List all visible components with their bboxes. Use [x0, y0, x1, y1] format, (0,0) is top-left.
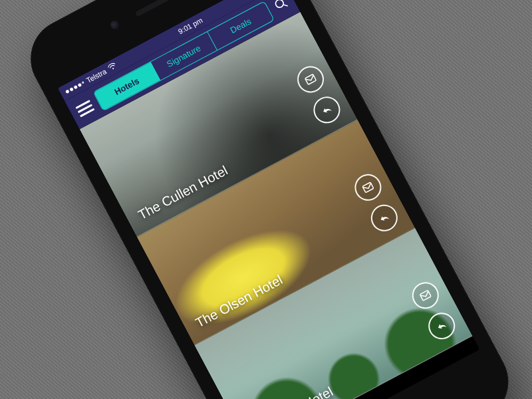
menu-button[interactable]	[75, 100, 94, 117]
message-button[interactable]	[293, 61, 329, 97]
share-button[interactable]	[309, 92, 344, 128]
reply-arrow-icon	[376, 210, 392, 226]
stage: Telstra 9:01 pm Hotels Signature	[0, 0, 532, 399]
share-button[interactable]	[366, 200, 402, 236]
message-button[interactable]	[408, 277, 444, 313]
wifi-icon	[107, 62, 118, 73]
reply-arrow-icon	[319, 102, 334, 118]
front-camera	[109, 19, 121, 31]
share-button[interactable]	[424, 308, 460, 344]
search-button[interactable]	[272, 0, 290, 13]
envelope-icon	[303, 71, 319, 87]
svg-point-1	[274, 0, 285, 9]
screen: Telstra 9:01 pm Hotels Signature	[58, 0, 480, 399]
card-actions	[408, 277, 460, 344]
card-actions	[293, 61, 345, 128]
hotel-title: The Lyall Hotel	[251, 384, 336, 399]
message-button[interactable]	[350, 170, 386, 205]
svg-point-0	[112, 67, 114, 69]
reply-arrow-icon	[434, 318, 450, 334]
envelope-icon	[418, 287, 434, 303]
earpiece-speaker	[134, 0, 176, 17]
card-actions	[350, 170, 402, 236]
phone-device: Telstra 9:01 pm Hotels Signature	[17, 0, 522, 399]
envelope-icon	[360, 180, 376, 196]
